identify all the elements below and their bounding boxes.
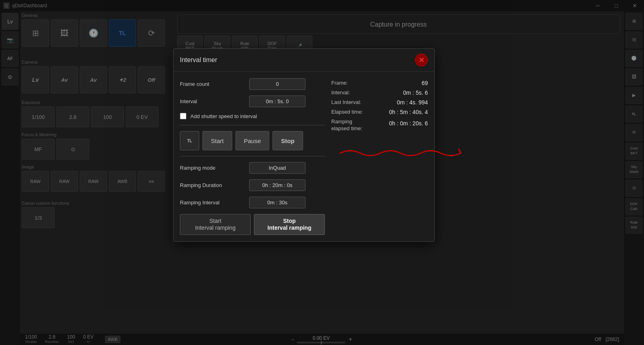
modal-close-button[interactable]: ✕ [415, 54, 428, 67]
stop-interval-ramping-label: StopInterval ramping [268, 218, 312, 231]
interval-stat-key: Interval: [331, 89, 350, 96]
shutter-speed-checkbox[interactable] [180, 113, 186, 119]
frame-count-input[interactable] [249, 78, 305, 90]
elapsed-key: Elapsed time: [331, 109, 363, 115]
last-interval-key: Last Interval: [331, 99, 361, 106]
modal-form-column: Frame count Interval Add shutter speed t… [180, 78, 325, 235]
stop-interval-ramping-button[interactable]: StopInterval ramping [254, 214, 325, 235]
frame-count-label: Frame count [180, 81, 244, 87]
interval-timer-modal: Interval timer ✕ Frame count Interval [173, 48, 435, 242]
ramping-duration-label: Ramping Duration [180, 182, 244, 188]
ramping-mode-label: Ramping mode [180, 165, 244, 171]
ramping-mode-row: Ramping mode [180, 162, 325, 174]
frame-stat-row: Frame: 69 [331, 80, 428, 86]
elapsed-stat-row: Elapsed time: 0h : 5m : 40s. 4 [331, 109, 428, 115]
ramping-duration-input[interactable] [249, 179, 305, 191]
frame-stat-key: Frame: [331, 80, 348, 86]
checkbox-row: Add shutter speed to interval [180, 113, 325, 119]
interval-input[interactable] [249, 96, 305, 107]
timelapse-small-icon: TL [187, 139, 192, 143]
ramping-elapsed-row: Rampingelapsed time: 0h : 0m : 20s. 6 [331, 118, 428, 132]
divider-2 [180, 156, 325, 156]
ramping-interval-row: Ramping Interval [180, 197, 325, 208]
modal-bottom-buttons: StartInterval ramping StopInterval rampi… [180, 214, 325, 235]
last-interval-stat-row: Last Interval: 0m : 4s. 994 [331, 99, 428, 106]
pause-button[interactable]: Pause [235, 131, 270, 150]
interval-label: Interval [180, 98, 244, 104]
ramping-interval-input[interactable] [249, 197, 305, 208]
start-interval-ramping-label: StartInterval ramping [195, 218, 235, 231]
last-interval-value: 0m : 4s. 994 [397, 99, 428, 106]
timelapse-ctrl-icon[interactable]: TL [180, 131, 199, 150]
checkbox-label: Add shutter speed to interval [190, 113, 257, 119]
start-button[interactable]: Start [202, 131, 232, 150]
frame-stat-value: 69 [421, 80, 428, 86]
stop-button[interactable]: Stop [272, 131, 303, 150]
ramping-interval-label: Ramping Interval [180, 200, 244, 206]
elapsed-value: 0h : 5m : 40s. 4 [389, 109, 428, 115]
modal-header: Interval timer ✕ [173, 49, 434, 72]
ramping-duration-row: Ramping Duration [180, 179, 325, 191]
modal-title: Interval timer [180, 56, 217, 64]
frame-count-row: Frame count [180, 78, 325, 90]
interval-stat-row: Interval: 0m : 5s. 6 [331, 89, 428, 96]
ramping-elapsed-key: Rampingelapsed time: [331, 118, 362, 132]
divider-1 [180, 125, 325, 125]
ramping-elapsed-value: 0h : 0m : 20s. 6 [389, 120, 428, 127]
ramping-mode-input[interactable] [249, 162, 305, 174]
controls-row: TL Start Pause Stop [180, 131, 325, 150]
start-interval-ramping-button[interactable]: StartInterval ramping [180, 214, 251, 235]
modal-stats-column: Frame: 69 Interval: 0m : 5s. 6 Last Inte… [331, 78, 428, 235]
interval-row: Interval [180, 96, 325, 107]
close-x-icon: ✕ [419, 56, 425, 64]
interval-stat-value: 0m : 5s. 6 [403, 89, 428, 96]
modal-body: Frame count Interval Add shutter speed t… [173, 72, 434, 241]
